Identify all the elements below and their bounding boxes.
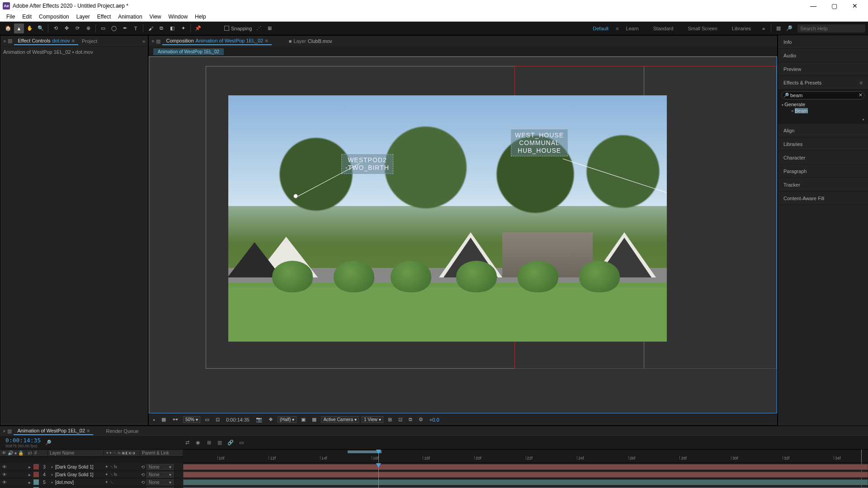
layer-row[interactable]: 👁▸3▪[Dark Gray Solid 1]✦⟍fx⟲None ▾ bbox=[0, 463, 183, 471]
tl-tool-6[interactable]: ▭ bbox=[237, 440, 245, 446]
home-button[interactable]: 🏠 bbox=[3, 23, 13, 33]
effects-search-input[interactable] bbox=[782, 91, 864, 99]
workspace-more[interactable]: » bbox=[759, 23, 769, 33]
close-panel-icon[interactable]: × bbox=[3, 38, 6, 44]
timeline-search-icon[interactable]: 🔎 bbox=[45, 440, 52, 446]
comp-end-marker[interactable] bbox=[861, 450, 862, 463]
mask-icon[interactable]: 👓 bbox=[170, 417, 180, 422]
menu-effect[interactable]: Effect bbox=[94, 13, 114, 21]
callout-westpod[interactable]: WESTPOD2 -TWO_BIRTH bbox=[341, 154, 393, 174]
panel-align[interactable]: Align bbox=[778, 124, 868, 137]
help-search-input[interactable] bbox=[797, 24, 865, 33]
tl-tool-3[interactable]: ⊞ bbox=[205, 440, 213, 446]
snap-opts-icon[interactable]: ⋰ bbox=[254, 23, 264, 33]
clear-search-icon[interactable]: ✕ bbox=[859, 92, 863, 98]
effects-item-beam[interactable]: ▫ Beam bbox=[782, 108, 864, 114]
panel-character[interactable]: Character bbox=[778, 151, 868, 164]
puppet-tool[interactable]: 📌 bbox=[193, 23, 203, 33]
vf-icon-c[interactable]: ⧉ bbox=[407, 417, 414, 422]
effects-category[interactable]: Generate bbox=[782, 101, 864, 108]
orbit-tool[interactable]: ⟲ bbox=[51, 23, 61, 33]
views-dropdown[interactable]: 1 View ▾ bbox=[362, 416, 383, 423]
tab-composition[interactable]: Composition Animation of WestPop 1EL_02 … bbox=[162, 37, 271, 45]
clone-tool[interactable]: ⧉ bbox=[156, 23, 166, 33]
panel-info[interactable]: Info bbox=[778, 35, 868, 49]
track[interactable] bbox=[183, 486, 868, 488]
resolution-dropdown[interactable]: (Half) ▾ bbox=[278, 416, 297, 423]
magnify-icon[interactable]: ▪ bbox=[151, 417, 157, 422]
selection-tool[interactable]: ▲ bbox=[14, 23, 24, 33]
close-comp-tab[interactable]: × bbox=[151, 38, 154, 44]
toolbar-panel-icon[interactable]: ▥ bbox=[774, 23, 783, 33]
panel-content-aware-fill[interactable]: Content-Aware Fill bbox=[778, 192, 868, 205]
shape-rect-tool[interactable]: ▭ bbox=[98, 23, 108, 33]
exposure-value[interactable]: +0.0 bbox=[428, 417, 441, 422]
pan-behind-tool[interactable]: ✥ bbox=[61, 23, 71, 33]
res-icon[interactable]: ▭ bbox=[203, 417, 211, 422]
region-icon[interactable]: ▣ bbox=[299, 417, 307, 422]
panel-libraries[interactable]: Libraries bbox=[778, 137, 868, 151]
zoom-dropdown[interactable]: 50% ▾ bbox=[183, 416, 200, 423]
tl-tool-4[interactable]: ▥ bbox=[216, 440, 224, 446]
panel-audio[interactable]: Audio bbox=[778, 49, 868, 62]
type-tool[interactable]: T bbox=[131, 23, 141, 33]
work-area[interactable] bbox=[348, 450, 382, 453]
workspace-libraries[interactable]: Libraries bbox=[725, 22, 758, 35]
workspace-default[interactable]: Default bbox=[585, 22, 616, 35]
snapping-toggle[interactable]: Snapping bbox=[224, 26, 252, 31]
tab-project[interactable]: Project bbox=[78, 38, 101, 45]
zoom-tool[interactable]: 🔍 bbox=[36, 23, 46, 33]
timeline-tab[interactable]: Animation of WestPop 1EL_02 ≡ bbox=[14, 427, 93, 435]
menu-help[interactable]: Help bbox=[191, 13, 210, 21]
workspace-small-screen[interactable]: Small Screen bbox=[680, 22, 724, 35]
maximize-button[interactable]: ▢ bbox=[824, 0, 844, 12]
current-time[interactable]: 0:00:14:35 00875 (60.00 fps) bbox=[0, 437, 41, 448]
workspace-standard[interactable]: Standard bbox=[646, 22, 681, 35]
minimize-button[interactable]: ― bbox=[803, 0, 824, 12]
menu-window[interactable]: Window bbox=[165, 13, 191, 21]
tl-tool-1[interactable]: ⇄ bbox=[183, 440, 191, 446]
tab-layer[interactable]: ■ Layer ClubB.mov bbox=[285, 38, 336, 45]
channel-icon[interactable]: ⊡ bbox=[214, 417, 222, 422]
transparency-icon[interactable]: ▦ bbox=[310, 417, 318, 422]
render-queue-tab[interactable]: Render Queue bbox=[102, 427, 142, 435]
tl-tool-5[interactable]: 🔗 bbox=[226, 440, 235, 446]
track[interactable] bbox=[183, 471, 868, 479]
pen-tool[interactable]: ✒ bbox=[120, 23, 130, 33]
layer-row[interactable]: 👁▸6▪[dot.mov]✦⟍⟲None ▾ bbox=[0, 486, 183, 488]
col-parent[interactable]: Parent & Link bbox=[140, 450, 183, 456]
close-button[interactable]: ✕ bbox=[844, 0, 865, 12]
vf-icon-a[interactable]: ⊞ bbox=[386, 417, 394, 422]
menu-edit[interactable]: Edit bbox=[19, 13, 35, 21]
eraser-tool[interactable]: ◧ bbox=[167, 23, 177, 33]
col-layer-name[interactable]: Layer Name bbox=[48, 450, 104, 456]
close-timeline-tab[interactable]: × bbox=[3, 428, 5, 434]
hand-tool[interactable]: ✋ bbox=[25, 23, 35, 33]
comp-breadcrumb[interactable]: Animation of WestPop 1EL_02 bbox=[153, 48, 224, 55]
anchor-tool[interactable]: ⊕ bbox=[83, 23, 93, 33]
panel-preview[interactable]: Preview bbox=[778, 62, 868, 76]
menu-composition[interactable]: Composition bbox=[35, 13, 73, 21]
track[interactable] bbox=[183, 479, 868, 486]
snapshot-icon[interactable]: 📷 bbox=[254, 417, 264, 422]
camera-dropdown[interactable]: Active Camera ▾ bbox=[321, 416, 359, 423]
layer-row[interactable]: 👁▸4▪[Dark Gray Solid 1]✦⟍fx⟲None ▾ bbox=[0, 471, 183, 479]
snap-grid-icon[interactable]: ⊞ bbox=[265, 23, 275, 33]
menu-view[interactable]: View bbox=[146, 13, 165, 21]
panel-effects-presets[interactable]: Effects & Presets≡ bbox=[778, 76, 868, 89]
panel-overflow-icon[interactable]: » bbox=[142, 38, 145, 44]
composition-viewer[interactable]: WESTPOD2 -TWO_BIRTH WEST_HOUSE COMMUNAL … bbox=[149, 56, 777, 413]
workspace-learn[interactable]: Learn bbox=[619, 22, 646, 35]
track-area[interactable] bbox=[183, 463, 868, 488]
vf-icon-d[interactable]: ⚙ bbox=[417, 417, 425, 422]
menu-file[interactable]: File bbox=[3, 13, 19, 21]
time-ruler[interactable]: 10f 12f 14f 16f 18f 20f 22f 24f 26f 28f … bbox=[183, 450, 868, 463]
menu-layer[interactable]: Layer bbox=[73, 13, 94, 21]
brush-tool[interactable]: 🖌 bbox=[146, 23, 156, 33]
new-bin-icon[interactable]: ▪ bbox=[782, 117, 864, 122]
panel-paragraph[interactable]: Paragraph bbox=[778, 164, 868, 178]
rotate-tool[interactable]: ⟳ bbox=[72, 23, 82, 33]
panel-tracker[interactable]: Tracker bbox=[778, 178, 868, 192]
vf-icon-b[interactable]: ⊡ bbox=[396, 417, 404, 422]
timecode-display[interactable]: 0:00:14:35 bbox=[224, 417, 251, 422]
